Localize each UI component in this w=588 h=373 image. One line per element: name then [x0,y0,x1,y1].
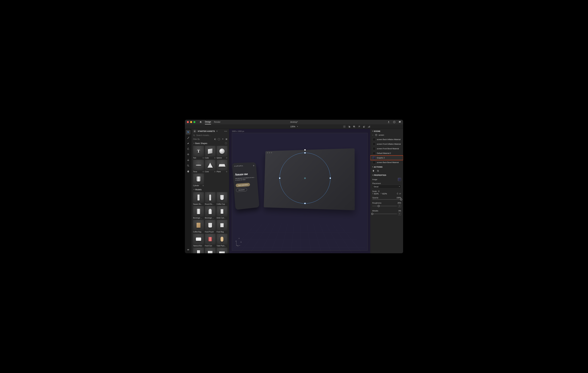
tab-design[interactable]: Design [205,120,211,124]
viewport[interactable]: 1600 x 1000 px AURORA ≡ Amaze me Interna… [229,129,370,253]
mock-desktop-screen[interactable] [264,148,355,210]
image-swatch[interactable] [398,178,401,181]
asset-drink-carton[interactable]: Drink Cart... [217,206,227,219]
section-models[interactable]: ▸ Models [192,187,228,191]
asset-food-can[interactable]: Food Can [205,234,216,247]
svg-rect-2 [343,126,344,126]
hand-tool[interactable] [186,169,190,174]
basic-shapes-grid: TText⚙ Cube⚙ Sphere⚙ Torus⚙ Cone⚙ Plane⚙… [192,145,228,187]
asset-tube-pack[interactable]: Tube Pack... [217,234,227,247]
placement-select[interactable]: Decal ▸ [372,185,401,189]
add-asset-button[interactable]: + [193,130,196,133]
hamburger-icon: ≡ [253,164,254,167]
snap-front-icon[interactable] [358,125,360,128]
asset-text[interactable]: TText⚙ [193,146,204,159]
scene-item[interactable]: screen Back Bevel Material [370,160,403,165]
copy-icon[interactable] [377,170,379,172]
roughness-add-button[interactable]: + [398,205,401,207]
asset-options-icon[interactable]: ⚙ [214,171,216,173]
grid-toggle-icon[interactable] [343,125,346,128]
maximize-window[interactable] [193,121,195,123]
help-icon[interactable]: ? [393,121,396,123]
asset-round-bottle[interactable]: Round Bo... [205,192,216,205]
asset-beverage-2[interactable]: Beverage ... [205,206,216,219]
asset-options-icon[interactable]: ⚙ [226,171,227,173]
share-icon[interactable] [387,121,390,123]
asset-torus[interactable]: Torus⚙ [193,160,204,173]
chat-icon[interactable] [399,121,401,123]
scene-item[interactable]: screen Front Inflation Material [370,142,403,146]
link-icon[interactable]: ⛓ [378,190,380,192]
panel-menu-button[interactable]: ••• [224,130,227,132]
scene-item[interactable]: screen Front Bevel Material [370,146,403,151]
anchor-tool[interactable] [186,158,190,162]
asset-tall-box[interactable]: Tall Box [193,248,204,253]
search-input[interactable] [196,134,227,136]
chevron-down-icon[interactable]: ▸ [216,130,217,132]
asset-coffee-bag[interactable]: Coffee Bag [193,220,204,233]
rotation-input[interactable]: 0° [399,193,401,195]
viewport-toolbar: 135% ▸ [185,124,403,129]
reset-rotation-icon[interactable] [397,193,399,195]
asset-takeout-box[interactable]: Takeout Box [193,234,204,247]
asset-square-bottle[interactable]: Square Bo... [193,192,204,205]
asset-food-pouch[interactable]: Food Pouch [205,220,216,233]
asset-options-icon[interactable]: ⚙ [202,171,204,173]
opacity-slider[interactable] [372,199,401,200]
scene-back-button[interactable]: ← screen [370,133,403,137]
delete-icon[interactable] [372,170,375,172]
move-tool[interactable] [186,152,190,157]
scale-y-input[interactable]: 822% [382,193,388,195]
render-settings-icon[interactable] [368,125,370,128]
select-tool[interactable] [186,130,190,135]
rotate-tool[interactable] [186,147,190,151]
asset-sphere[interactable]: Sphere⚙ [217,146,227,159]
tab-render[interactable]: Render [214,120,220,124]
asset-beverage-1[interactable]: Beverage ... [193,206,204,219]
actions-section-header[interactable]: ▸ ACTIONS [370,165,403,169]
asset-plane[interactable]: Plane⚙ [217,160,227,173]
document-title: desktop* [290,121,298,123]
magic-wand-tool[interactable] [186,135,190,140]
asset-options-icon[interactable]: ⚙ [202,157,204,159]
scale-x-input[interactable]: 822% [374,193,380,195]
metallic-add-button[interactable]: + [398,212,401,215]
filter-image-icon[interactable]: ▣ [225,138,227,140]
asset-cylinder[interactable]: Cylinder⚙ [193,174,204,186]
scene-item[interactable]: Default Material 2 [370,151,403,155]
scene-item-selected[interactable]: Graphic 2 [370,155,403,160]
scene-section-header[interactable]: ▸ SCENE [370,129,403,133]
properties-section-header[interactable]: ▸ PROPERTIES [370,173,403,177]
close-window[interactable] [187,121,189,123]
zoom-tool[interactable] [186,163,190,168]
help-icon[interactable]: ? [225,142,227,145]
filter-light-icon[interactable]: ☀ [222,138,224,140]
asset-options-icon[interactable]: ⚙ [214,157,216,159]
panel-toggle[interactable] [186,247,190,252]
home-icon[interactable] [199,121,202,123]
chevron-down-icon: ▸ [297,126,298,127]
metallic-slider[interactable] [372,214,397,214]
zoom-dropdown[interactable]: 135% ▸ [290,125,298,128]
section-basic-shapes[interactable]: ▸ Basic Shapes ? [192,141,228,145]
send-backward-icon[interactable] [353,125,356,128]
snap-back-icon[interactable] [363,125,365,128]
asset-cone[interactable]: Cone⚙ [205,160,216,173]
asset-cube[interactable]: Cube⚙ [205,146,216,159]
filter-material-icon[interactable]: ◐ [214,138,216,140]
opacity-value: 100% [397,197,401,199]
minimize-window[interactable] [190,121,192,123]
asset-options-icon[interactable]: ⚙ [226,157,227,159]
roughness-slider[interactable] [372,206,397,206]
scene-item[interactable]: screen Back Inflation Material [370,137,403,142]
asset-cube-box[interactable]: Cube Box [205,248,216,253]
brush-tool[interactable] [186,141,190,146]
asset-options-icon[interactable]: ⚙ [202,185,204,186]
mock-phone[interactable]: AURORA ≡ Amaze me Internationale Gourmet… [232,162,259,210]
bring-forward-icon[interactable] [348,125,351,128]
filter-model-icon[interactable]: ◯ [218,138,220,140]
assets-scroll[interactable]: ▸ Basic Shapes ? TText⚙ Cube⚙ Sphere⚙ To… [191,141,229,253]
asset-box-with-opening[interactable]: Box with O... [217,248,227,253]
asset-coffee-cup[interactable]: Coffee Cup [217,192,227,205]
asset-food-bag[interactable]: Food Bag [217,220,227,233]
